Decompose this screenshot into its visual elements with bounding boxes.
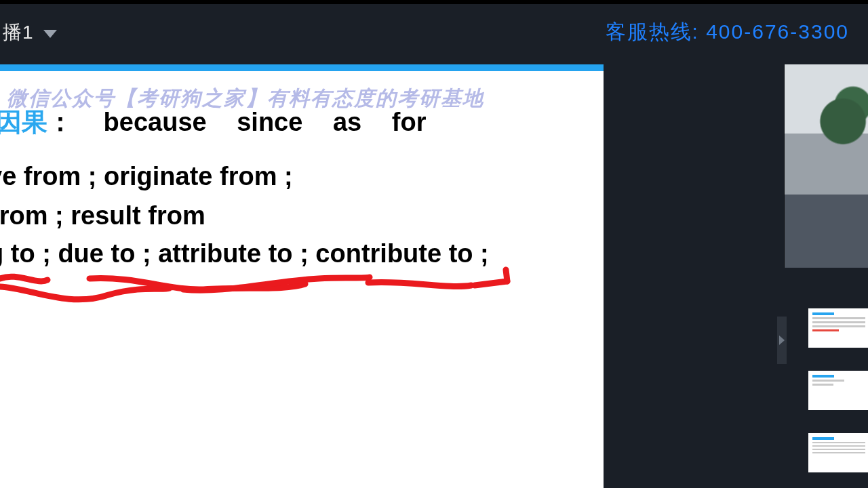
panel-toggle[interactable] bbox=[777, 317, 787, 364]
top-bar: 播1 客服热线: 400-676-3300 bbox=[0, 0, 868, 64]
red-underline-annotation bbox=[0, 266, 515, 314]
slide-heading: 因果： because since as for bbox=[0, 105, 426, 140]
heading-word-1: because bbox=[104, 108, 207, 137]
slide-line-3: from ; result from bbox=[0, 201, 205, 230]
slide-thumbnail[interactable] bbox=[808, 433, 868, 472]
channel-label: 播1 bbox=[3, 20, 34, 45]
slide-line-2: ve from ; originate from ; bbox=[0, 162, 293, 191]
slide-line-4: g to ; due to ; attribute to ; contribut… bbox=[0, 239, 489, 268]
slide-thumbnail[interactable] bbox=[808, 371, 868, 410]
slide-thumbnail[interactable] bbox=[808, 308, 868, 348]
content-row: 微信公众号【考研狗之家】有料有态度的考研基地 因果： because since… bbox=[0, 64, 868, 488]
right-column bbox=[604, 64, 868, 488]
heading-word-4: for bbox=[392, 108, 427, 137]
chevron-down-icon bbox=[43, 30, 57, 38]
thumbnail-area bbox=[604, 268, 868, 488]
slide-panel: 微信公众号【考研狗之家】有料有态度的考研基地 因果： because since… bbox=[0, 64, 604, 488]
chevron-right-icon bbox=[779, 336, 785, 345]
heading-colon: ： bbox=[47, 108, 73, 136]
hotline-text: 客服热线: 400-676-3300 bbox=[606, 18, 850, 46]
slide-thumbnails bbox=[808, 308, 868, 472]
heading-accent: 因果 bbox=[0, 108, 47, 136]
slide-title-bar bbox=[0, 64, 604, 71]
channel-selector[interactable]: 播1 bbox=[3, 20, 57, 45]
heading-word-3: as bbox=[333, 108, 361, 137]
camera-feed[interactable] bbox=[784, 64, 868, 268]
slide-body[interactable]: 微信公众号【考研狗之家】有料有态度的考研基地 因果： because since… bbox=[0, 71, 604, 488]
heading-word-2: since bbox=[237, 108, 302, 137]
